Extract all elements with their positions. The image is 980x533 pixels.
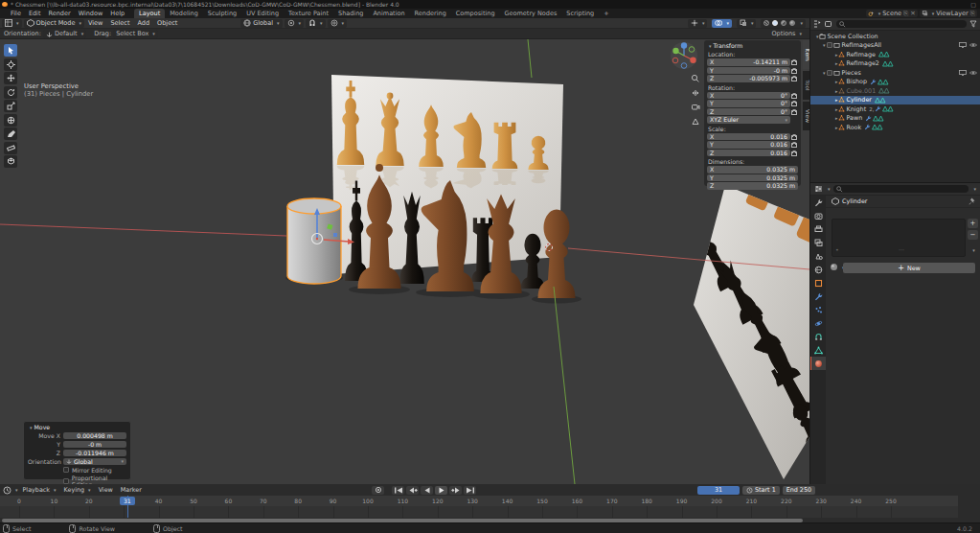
- workspace-tab-scripting[interactable]: Scripting: [561, 9, 599, 18]
- scene-new-icon[interactable]: ⎘: [903, 10, 908, 17]
- eye-icon[interactable]: [969, 42, 977, 48]
- menu-edit[interactable]: Edit: [25, 10, 45, 17]
- tool-annotate[interactable]: [4, 127, 17, 140]
- transform-orientation-selector[interactable]: Global ▾: [240, 19, 282, 28]
- properties-tab-physics[interactable]: [810, 316, 826, 330]
- tool-cursor[interactable]: [4, 58, 17, 71]
- properties-tab-particles[interactable]: [810, 303, 826, 316]
- lock-icon[interactable]: [790, 67, 798, 74]
- dimensions-z-field[interactable]: Z0.0325 m: [707, 182, 798, 190]
- workspace-tab-animation[interactable]: Animation: [368, 9, 409, 18]
- location-y-field[interactable]: Y-0 m: [707, 67, 790, 75]
- material-slot-list[interactable]: • ···: [832, 219, 966, 257]
- window-controls-icon[interactable]: ▢: [970, 1, 980, 8]
- tool-rotate[interactable]: [4, 86, 17, 99]
- camera-view-icon[interactable]: [693, 105, 700, 110]
- outliner-display-mode-icon[interactable]: [813, 20, 822, 28]
- workspace-tab-geometry-nodes[interactable]: Geometry Nodes: [500, 9, 562, 18]
- tool-move[interactable]: [4, 72, 17, 84]
- proportional-editing-toggle[interactable]: ▾: [328, 19, 348, 28]
- shading-rendered-icon[interactable]: [789, 20, 795, 26]
- show-gizmo-toggle[interactable]: ▾: [688, 19, 708, 28]
- move-orientation-dropdown[interactable]: Global▾: [63, 458, 126, 466]
- workspace-tab-uv-editing[interactable]: UV Editing: [241, 9, 284, 18]
- lock-icon[interactable]: [790, 92, 798, 99]
- properties-tab-render[interactable]: [810, 209, 826, 222]
- outliner-row-pawn[interactable]: ▸ Pawn: [810, 114, 980, 124]
- jump-to-start-button[interactable]: [392, 486, 404, 495]
- tool-measure[interactable]: [4, 142, 17, 154]
- move-y-field[interactable]: -0 m: [63, 441, 126, 449]
- material-specials-menu[interactable]: ▾: [968, 245, 978, 255]
- workspace-tab-rendering[interactable]: Rendering: [410, 9, 451, 18]
- add-material-slot-button[interactable]: +: [968, 219, 978, 228]
- tool-scale[interactable]: [4, 100, 17, 112]
- move-x-field[interactable]: 0.000498 m: [63, 432, 126, 440]
- outliner-row-cube001[interactable]: ▸ Cube.001: [810, 86, 980, 96]
- lock-icon[interactable]: [790, 150, 798, 156]
- snap-toggle[interactable]: ▾: [306, 19, 326, 28]
- menu-help[interactable]: Help: [106, 10, 128, 17]
- move-panel-title[interactable]: Move: [34, 424, 51, 430]
- viewport-canvas[interactable]: User Perspective (31) Pieces | Cylinder: [0, 39, 809, 484]
- timeline-menu-view[interactable]: View: [96, 486, 116, 494]
- rotation-y-field[interactable]: Y0°: [707, 100, 790, 107]
- menu-file[interactable]: File: [7, 10, 25, 17]
- jump-to-end-button[interactable]: [464, 486, 476, 495]
- screen-icon[interactable]: [959, 42, 967, 48]
- location-x-field[interactable]: X-0.14211 m: [707, 58, 790, 66]
- properties-tab-world[interactable]: [810, 263, 826, 276]
- current-frame-field[interactable]: 31: [697, 486, 740, 495]
- screen-icon[interactable]: [959, 70, 967, 76]
- timeline-menu-keying[interactable]: Keying ▾: [61, 486, 94, 494]
- pivot-point-selector[interactable]: ▾: [285, 19, 305, 28]
- dimensions-x-field[interactable]: X0.0325 m: [707, 166, 798, 174]
- mirror-editing-checkbox[interactable]: [63, 467, 69, 473]
- shading-wireframe-icon[interactable]: [763, 20, 769, 26]
- editor-type-selector[interactable]: ▾: [2, 19, 22, 28]
- properties-tab-tool[interactable]: [810, 196, 826, 209]
- remove-material-slot-button[interactable]: −: [968, 230, 978, 240]
- outliner-row-refimage2[interactable]: ▸ RefImage2: [810, 59, 980, 69]
- outliner-row-refimage[interactable]: ▸ RefImage: [810, 50, 980, 59]
- viewlayer-new-icon[interactable]: ⎘: [970, 10, 975, 17]
- tool-select-box[interactable]: [4, 44, 17, 57]
- outliner-search-input[interactable]: [836, 20, 967, 28]
- viewport-menu-object[interactable]: Object: [153, 19, 181, 27]
- frame-end-field[interactable]: End250: [783, 486, 815, 495]
- rotation-mode-dropdown[interactable]: XYZ Euler▾: [707, 116, 790, 124]
- scale-z-field[interactable]: Z0.016: [707, 150, 790, 157]
- play-button[interactable]: [435, 486, 447, 495]
- viewport-menu-view[interactable]: View: [84, 19, 106, 27]
- lock-icon[interactable]: [790, 75, 798, 81]
- workspace-tab-texture-paint[interactable]: Texture Paint: [284, 9, 333, 18]
- properties-tab-modifiers[interactable]: [810, 290, 826, 303]
- next-keyframe-button[interactable]: [449, 486, 462, 495]
- properties-editor-icon[interactable]: [814, 185, 823, 193]
- drag-dropdown[interactable]: Select Box ▾: [113, 30, 158, 38]
- workspace-tab-shading[interactable]: Shading: [333, 9, 368, 18]
- shading-material-icon[interactable]: [781, 20, 786, 26]
- scene-unlink-icon[interactable]: ✕: [910, 10, 915, 17]
- rotation-z-field[interactable]: Z0°: [707, 108, 790, 116]
- properties-tab-material[interactable]: [810, 357, 826, 370]
- new-collection-icon[interactable]: [825, 20, 833, 28]
- properties-tab-data[interactable]: [810, 343, 826, 357]
- outliner-row-bishop[interactable]: ▸ Bishop: [810, 78, 980, 87]
- outliner-row-pieces[interactable]: ▾ Pieces: [810, 68, 980, 78]
- timeline-menu-playback[interactable]: Playback ▾: [20, 486, 59, 494]
- xray-toggle[interactable]: ▾: [737, 19, 757, 28]
- collection-exclude-checkbox[interactable]: [827, 42, 832, 48]
- timeline-track-area[interactable]: [0, 506, 958, 518]
- pin-icon[interactable]: [969, 197, 975, 205]
- lock-icon[interactable]: [790, 58, 798, 65]
- filter-icon[interactable]: [969, 20, 977, 28]
- shading-mode-group[interactable]: ▾: [761, 19, 806, 28]
- timeline-editor-icon[interactable]: [3, 486, 11, 495]
- scale-x-field[interactable]: X0.016: [707, 133, 790, 141]
- outliner-row-refimagesall[interactable]: ▾ RefImagesAll: [810, 41, 980, 51]
- workspace-tab-layout[interactable]: Layout: [134, 9, 165, 18]
- workspace-tab-compositing[interactable]: Compositing: [451, 9, 500, 18]
- nav-z-axis[interactable]: [681, 42, 687, 48]
- options-dropdown[interactable]: Options▾: [771, 30, 809, 37]
